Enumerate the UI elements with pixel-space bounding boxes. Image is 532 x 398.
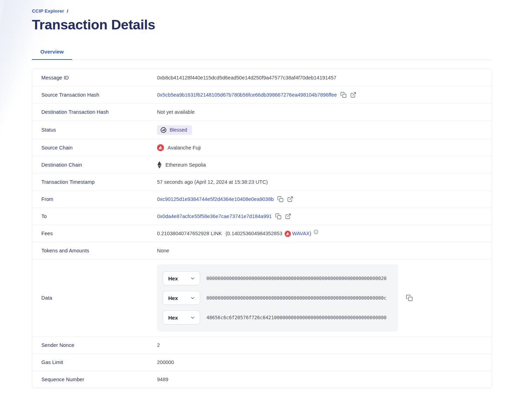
message-id-value: 0xb8cb414128f440e115dcd5d6ead50e14d250f9…: [157, 75, 492, 81]
source-chain-name: Avalanche Fuji: [168, 145, 201, 151]
transaction-details-card: Message ID 0xb8cb414128f440e115dcd5d6ead…: [32, 69, 492, 388]
table-row-from: From 0xc90125d1e9384744e5f2d4364e10408e0…: [32, 190, 492, 208]
data-format-select[interactable]: Hex: [163, 291, 200, 305]
data-line: Hex 000000000000000000000000000000000000…: [163, 289, 393, 306]
data-format-select-value: Hex: [168, 315, 178, 321]
data-format-select[interactable]: Hex: [163, 271, 200, 285]
chevron-down-icon: [190, 295, 195, 301]
row-label: Fees: [41, 231, 157, 236]
data-line: Hex 48656c6c6f20576f726c6421000000000000…: [163, 309, 393, 326]
row-label: Destination Chain: [41, 162, 157, 168]
avalanche-icon: [285, 231, 291, 237]
breadcrumb-separator: /: [67, 8, 68, 14]
tab-overview[interactable]: Overview: [32, 44, 72, 60]
table-row-source-chain: Source Chain Avalanche Fuji: [32, 139, 492, 156]
table-row-to: To 0x0da4e87acfce55f58e36e7cae73741e7d18…: [32, 208, 492, 225]
external-link-icon[interactable]: [350, 92, 356, 98]
row-label: Message ID: [41, 75, 157, 81]
table-row-fees: Fees 0.21038040747652928 LINK ( 0.140253…: [32, 225, 492, 242]
page-content: CCIP Explorer / Transaction Details Over…: [32, 0, 492, 388]
avalanche-icon: [157, 144, 164, 151]
breadcrumb: CCIP Explorer /: [32, 0, 492, 14]
fees-paren-close: ): [309, 231, 311, 236]
data-line: Hex 000000000000000000000000000000000000…: [163, 270, 393, 287]
status-badge-label: Blessed: [170, 127, 187, 133]
table-row-tokens: Tokens and Amounts None: [32, 242, 492, 259]
row-label: Sequence Number: [41, 377, 157, 382]
row-label: Gas Limit: [41, 359, 157, 365]
external-link-icon[interactable]: [285, 213, 291, 219]
data-hex-value: 48656c6c6f20576f726c64210000000000000000…: [206, 315, 387, 320]
row-label: Tokens and Amounts: [41, 248, 157, 253]
info-icon[interactable]: [313, 229, 319, 235]
row-label: Sender Nonce: [41, 342, 157, 348]
gas-limit-value: 200000: [157, 359, 492, 365]
row-label: To: [41, 214, 157, 219]
copy-icon[interactable]: [275, 213, 281, 219]
breadcrumb-ccip-explorer-link[interactable]: CCIP Explorer: [32, 8, 64, 14]
status-badge: Blessed: [157, 125, 192, 135]
to-address-link[interactable]: 0x0da4e87acfce55f58e36e7cae73741e7d184a9…: [157, 214, 272, 219]
row-label: Data: [41, 295, 157, 301]
data-hex-value: 0000000000000000000000000000000000000000…: [206, 295, 387, 301]
data-format-select-value: Hex: [168, 295, 178, 301]
sequence-number-value: 9489: [157, 377, 492, 382]
copy-icon[interactable]: [340, 92, 347, 98]
table-row-message-id: Message ID 0xb8cb414128f440e115dcd5d6ead…: [32, 69, 492, 86]
table-row-status: Status Blessed: [32, 120, 492, 139]
row-label: Status: [41, 127, 157, 133]
timestamp-value: 57 seconds ago (April 12, 2024 at 15:38:…: [157, 179, 492, 185]
row-label: Destination Transaction Hash: [41, 109, 157, 115]
dest-tx-hash-value: Not yet available: [157, 109, 492, 115]
dest-chain-name: Ethereum Sepolia: [165, 162, 206, 168]
ethereum-icon: [157, 161, 162, 169]
table-row-sequence-number: Sequence Number 9489: [32, 371, 492, 388]
table-row-source-tx-hash: Source Transaction Hash 0x5cb5ea9b1631f6…: [32, 86, 492, 103]
row-label: Source Transaction Hash: [41, 92, 157, 98]
external-link-icon[interactable]: [287, 196, 293, 202]
tokens-value: None: [157, 248, 492, 253]
data-format-select-value: Hex: [168, 275, 178, 281]
row-label: Transaction Timestamp: [41, 179, 157, 185]
table-row-timestamp: Transaction Timestamp 57 seconds ago (Ap…: [32, 173, 492, 190]
table-row-data: Data Hex 0000000000000000000000000000000…: [32, 259, 492, 336]
data-hex-box: Hex 000000000000000000000000000000000000…: [157, 264, 398, 331]
copy-icon[interactable]: [277, 196, 284, 202]
chevron-down-icon: [190, 315, 195, 320]
table-row-sender-nonce: Sender Nonce 2: [32, 336, 492, 354]
source-tx-hash-link[interactable]: 0x5cb5ea9b1631f62148105d67b780b56fce66db…: [157, 92, 337, 98]
row-label: Source Chain: [41, 145, 157, 151]
copy-icon[interactable]: [406, 294, 413, 301]
page-title: Transaction Details: [32, 17, 492, 33]
tab-bar: Overview: [32, 44, 492, 60]
fees-converted-amount: 0.140253604984352853: [227, 231, 282, 236]
table-row-dest-tx-hash: Destination Transaction Hash Not yet ava…: [32, 103, 492, 120]
data-hex-value: 0000000000000000000000000000000000000000…: [206, 275, 387, 281]
chevron-down-icon: [190, 276, 195, 281]
fees-token-link[interactable]: WAVAX: [292, 231, 310, 236]
fees-amount: 0.21038040747652928 LINK: [157, 231, 222, 236]
table-row-dest-chain: Destination Chain Ethereum Sepolia: [32, 156, 492, 173]
sender-nonce-value: 2: [157, 342, 492, 348]
table-row-gas-limit: Gas Limit 200000: [32, 354, 492, 371]
data-format-select[interactable]: Hex: [163, 310, 200, 324]
row-label: From: [41, 196, 157, 202]
from-address-link[interactable]: 0xc90125d1e9384744e5f2d4364e10408e0ea903…: [157, 196, 274, 202]
status-blessed-icon: [160, 127, 167, 133]
